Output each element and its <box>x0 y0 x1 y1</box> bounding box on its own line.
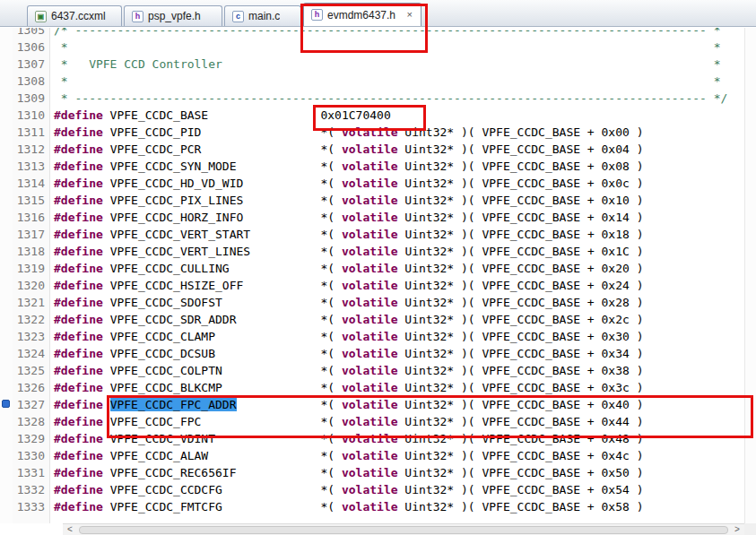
code-line[interactable]: 1316#define VPFE_CCDC_HORZ_INFO *( volat… <box>0 209 744 226</box>
code-line[interactable]: 1322#define VPFE_CCDC_SDR_ADDR *( volati… <box>0 311 744 328</box>
gutter-marker-slot <box>0 362 13 379</box>
tab-label: evmdm6437.h <box>327 9 395 22</box>
code-text: * VPFE CCD Controller * <box>50 56 721 73</box>
code-line[interactable]: 1305/* ---------------------------------… <box>0 28 744 39</box>
code-line[interactable]: 1309 * ---------------------------------… <box>0 90 744 107</box>
code-text: #define VPFE_CCDC_BLKCMP *( volatile Uin… <box>50 379 643 396</box>
code-line[interactable]: 1329#define VPFE_CCDC_VDINT *( volatile … <box>0 430 744 447</box>
code-line[interactable]: 1308 * * <box>0 73 744 90</box>
line-number: 1326 <box>13 379 50 396</box>
code-line[interactable]: 1314#define VPFE_CCDC_HD_VD_WID *( volat… <box>0 175 744 192</box>
code-text: #define VPFE_CCDC_PCR *( volatile Uint32… <box>50 141 643 158</box>
code-line[interactable]: 1324#define VPFE_CCDC_DCSUB *( volatile … <box>0 345 744 362</box>
code-line[interactable]: 1318#define VPFE_CCDC_VERT_LINES *( vola… <box>0 243 744 260</box>
code-line[interactable]: 1326#define VPFE_CCDC_BLKCMP *( volatile… <box>0 379 744 396</box>
code-text: #define VPFE_CCDC_BASE 0x01C70400 <box>50 107 391 124</box>
horizontal-scrollbar[interactable]: < > <box>63 523 744 535</box>
gutter-marker-slot <box>0 39 13 56</box>
line-number: 1332 <box>13 481 50 498</box>
code-text: #define VPFE_CCDC_REC656IF *( volatile U… <box>50 464 643 481</box>
code-text: #define VPFE_CCDC_CCDCFG *( volatile Uin… <box>50 481 643 498</box>
code-line[interactable]: 1317#define VPFE_CCDC_VERT_START *( vola… <box>0 226 744 243</box>
code-line[interactable]: 1325#define VPFE_CCDC_COLPTN *( volatile… <box>0 362 744 379</box>
gutter-marker-slot <box>0 73 13 90</box>
line-number: 1323 <box>13 328 50 345</box>
line-number: 1318 <box>13 243 50 260</box>
scroll-right-icon[interactable]: > <box>730 524 744 535</box>
line-number: 1316 <box>13 209 50 226</box>
code-text: #define VPFE_CCDC_HSIZE_OFF *( volatile … <box>50 277 643 294</box>
gutter-marker-slot <box>0 328 13 345</box>
scroll-thumb[interactable] <box>79 526 728 534</box>
gutter-marker-slot <box>0 107 13 124</box>
code-line[interactable]: 1307 * VPFE CCD Controller * <box>0 56 744 73</box>
code-editor[interactable]: 1305/* ---------------------------------… <box>0 28 744 523</box>
code-text: /* -------------------------------------… <box>50 28 721 39</box>
code-line[interactable]: 1332#define VPFE_CCDC_CCDCFG *( volatile… <box>0 481 744 498</box>
vertical-scrollbar[interactable] <box>744 28 756 523</box>
gutter-marker-slot <box>0 345 13 362</box>
gutter-marker-slot <box>0 192 13 209</box>
code-text: #define VPFE_CCDC_FPC *( volatile Uint32… <box>50 413 643 430</box>
code-line[interactable]: 1333#define VPFE_CCDC_FMTCFG *( volatile… <box>0 498 744 515</box>
code-line[interactable]: 1323#define VPFE_CCDC_CLAMP *( volatile … <box>0 328 744 345</box>
h-file-icon: h <box>132 11 143 22</box>
code-line[interactable]: 1319#define VPFE_CCDC_CULLING *( volatil… <box>0 260 744 277</box>
tab-psp-vpfe-h[interactable]: hpsp_vpfe.h <box>124 5 222 26</box>
tab-close-icon[interactable]: × <box>406 10 413 20</box>
h-file-icon: h <box>311 9 323 21</box>
code-line[interactable]: 1310#define VPFE_CCDC_BASE 0x01C70400 <box>0 107 744 124</box>
line-number: 1306 <box>13 39 50 56</box>
tab-label: 6437.ccxml <box>51 10 106 22</box>
code-line[interactable]: 1313#define VPFE_CCDC_SYN_MODE *( volati… <box>0 158 744 175</box>
code-line[interactable]: 1321#define VPFE_CCDC_SDOFST *( volatile… <box>0 294 744 311</box>
gutter-marker-slot <box>0 260 13 277</box>
line-number: 1313 <box>13 158 50 175</box>
code-line[interactable]: 1327#define VPFE_CCDC_FPC_ADDR *( volati… <box>0 396 744 413</box>
code-line[interactable]: 1311#define VPFE_CCDC_PID *( volatile Ui… <box>0 124 744 141</box>
gutter-marker-slot <box>0 430 13 447</box>
gutter-marker-slot <box>0 56 13 73</box>
code-line[interactable]: 1328#define VPFE_CCDC_FPC *( volatile Ui… <box>0 413 744 430</box>
code-text: #define VPFE_CCDC_SYN_MODE *( volatile U… <box>50 158 643 175</box>
gutter-marker-slot <box>0 226 13 243</box>
gutter-marker-slot <box>0 209 13 226</box>
gutter-marker-slot <box>0 464 13 481</box>
line-number: 1322 <box>13 311 50 328</box>
ide-window: ▣6437.ccxmlhpsp_vpfe.hcmain.chevmdm6437.… <box>0 0 756 535</box>
tab-evmdm6437-h[interactable]: hevmdm6437.h× <box>303 3 421 26</box>
code-line[interactable]: 1320#define VPFE_CCDC_HSIZE_OFF *( volat… <box>0 277 744 294</box>
tab-main-c[interactable]: cmain.c <box>224 5 301 26</box>
code-text: #define VPFE_CCDC_PIX_LINES *( volatile … <box>50 192 643 209</box>
gutter-marker-slot <box>0 413 13 430</box>
code-text: * * <box>50 73 721 90</box>
line-marker-icon <box>2 400 10 408</box>
tab-6437-ccxml[interactable]: ▣6437.ccxml <box>27 5 122 26</box>
code-text: #define VPFE_CCDC_HD_VD_WID *( volatile … <box>50 175 643 192</box>
line-number: 1328 <box>13 413 50 430</box>
tab-label: main.c <box>248 10 280 22</box>
tab-bar-tabs: ▣6437.ccxmlhpsp_vpfe.hcmain.chevmdm6437.… <box>27 0 423 26</box>
code-line[interactable]: 1312#define VPFE_CCDC_PCR *( volatile Ui… <box>0 141 744 158</box>
line-number: 1317 <box>13 226 50 243</box>
line-number: 1321 <box>13 294 50 311</box>
code-text: #define VPFE_CCDC_SDR_ADDR *( volatile U… <box>50 311 643 328</box>
code-text: * * <box>50 39 721 56</box>
line-number: 1310 <box>13 107 50 124</box>
code-line[interactable]: 1330#define VPFE_CCDC_ALAW *( volatile U… <box>0 447 744 464</box>
code-text: #define VPFE_CCDC_PID *( volatile Uint32… <box>50 124 643 141</box>
code-text: * --------------------------------------… <box>50 90 727 107</box>
code-text: #define VPFE_CCDC_VERT_LINES *( volatile… <box>50 243 644 260</box>
line-number: 1325 <box>13 362 50 379</box>
line-number: 1319 <box>13 260 50 277</box>
gutter-marker-slot <box>0 158 13 175</box>
tab-bar: ▣6437.ccxmlhpsp_vpfe.hcmain.chevmdm6437.… <box>0 0 756 27</box>
code-line[interactable]: 1306 * * <box>0 39 744 56</box>
code-line[interactable]: 1315#define VPFE_CCDC_PIX_LINES *( volat… <box>0 192 744 209</box>
scroll-left-icon[interactable]: < <box>63 524 77 535</box>
code-line[interactable]: 1331#define VPFE_CCDC_REC656IF *( volati… <box>0 464 744 481</box>
code-text: #define VPFE_CCDC_SDOFST *( volatile Uin… <box>50 294 643 311</box>
line-number: 1309 <box>13 90 50 107</box>
scrollbar-corner <box>744 523 756 535</box>
line-number: 1307 <box>13 56 50 73</box>
